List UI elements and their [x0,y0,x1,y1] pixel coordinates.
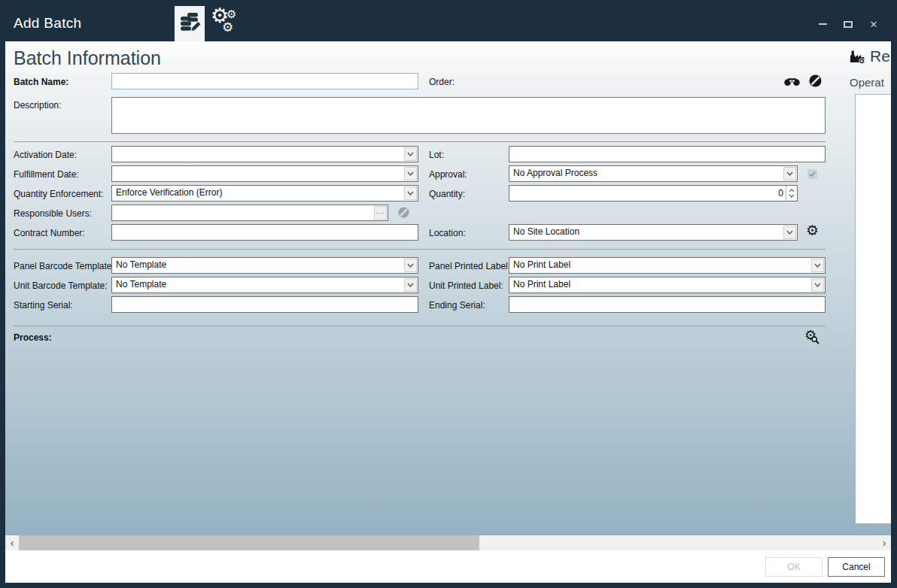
close-button[interactable]: ✕ [867,18,880,30]
quantity-enforcement-label: Quantity Enforcement: [14,189,103,199]
database-edit-toolbar-button[interactable] [175,6,205,41]
factory-add-icon [850,50,865,67]
window-controls: ✕ [816,18,880,30]
panel-barcode-template-label: Panel Barcode Template: [14,261,114,271]
responsible-users-label: Responsible Users: [14,208,92,219]
chevron-down-icon [811,259,824,272]
panel-barcode-template-value: No Template [112,258,403,273]
gear-icon: ⚙ [806,223,819,238]
panel-printed-label-label: Panel Printed Label: [429,261,510,271]
location-label: Location: [429,228,466,238]
fulfillment-date-combobox[interactable] [111,165,418,182]
side-panel-title: Re [870,47,890,65]
horizontal-scrollbar[interactable]: ‹ › [5,535,891,550]
ending-serial-input[interactable] [509,296,826,313]
close-icon: ✕ [870,20,878,29]
quantity-enforcement-combobox[interactable]: Enforce Verification (Error) [111,185,418,202]
location-combobox[interactable]: No Site Location [509,224,798,241]
minimize-button[interactable] [816,18,829,30]
responsible-users-value [112,205,373,220]
chevron-down-icon [404,259,417,272]
unit-printed-label-value: No Print Label [509,277,810,292]
batch-name-label: Batch Name: [14,77,68,87]
scroll-left-button[interactable]: ‹ [5,535,19,550]
magnifier-icon [811,334,819,347]
lot-input[interactable] [509,146,826,162]
unit-printed-label-label: Unit Printed Label: [429,280,503,291]
approval-value: No Approval Process [509,166,783,181]
lot-label: Lot: [429,150,444,160]
chevron-down-icon [783,226,796,239]
chevron-up-icon [789,189,795,192]
window-title: Add Batch [14,15,81,32]
page-title: Batch Information [14,47,161,69]
fulfillment-date-value [112,166,403,181]
unit-barcode-template-combobox[interactable]: No Template [111,277,418,293]
separator [14,141,826,142]
maximize-button[interactable] [841,18,855,30]
no-entry-slash-icon [809,77,822,89]
separator [14,326,826,326]
dialog-content: Batch Information Batch Name: Order: [5,41,891,583]
contract-number-input[interactable] [111,224,418,241]
chevron-right-icon: › [883,537,886,549]
chevron-down-icon [789,194,795,198]
quantity-stepper[interactable] [509,185,798,202]
order-label: Order: [429,77,455,87]
chevron-down-icon [404,147,417,161]
starting-serial-label: Starting Serial: [14,300,73,311]
location-value: No Site Location [509,225,783,240]
titlebar: Add Batch ⚙ ⚙ ⚙ [0,0,897,41]
order-search-button[interactable] [784,76,800,89]
browse-ellipsis-button[interactable]: ··· [374,206,387,220]
panel-barcode-template-combobox[interactable]: No Template [111,257,418,274]
unit-barcode-template-label: Unit Barcode Template: [14,280,108,291]
settings-gears-toolbar-button[interactable]: ⚙ ⚙ ⚙ [209,6,242,39]
description-input[interactable] [111,97,826,134]
ok-button[interactable]: OK [765,557,823,577]
checkbox-check-icon [807,168,817,181]
quantity-input[interactable] [509,186,786,201]
unit-printed-label-combobox[interactable]: No Print Label [509,277,826,293]
quantity-label: Quantity: [429,189,465,199]
responsible-users-clear-button[interactable] [398,207,409,221]
batch-name-input[interactable] [111,73,418,89]
cancel-button[interactable]: Cancel [828,557,885,577]
approval-combobox[interactable]: No Approval Process [509,165,798,182]
approval-label: Approval: [429,169,467,180]
separator [14,249,826,250]
activation-date-label: Activation Date: [14,150,77,160]
scroll-right-button[interactable]: › [877,535,891,550]
process-label: Process: [14,332,52,343]
panel-printed-label-value: No Print Label [509,258,810,273]
description-label: Description: [14,100,61,111]
quantity-enforcement-value: Enforce Verification (Error) [112,186,403,201]
minimize-icon [819,23,827,25]
responsible-users-field[interactable]: ··· [111,205,388,221]
approval-required-checkbox[interactable] [807,168,817,182]
starting-serial-input[interactable] [111,296,418,313]
ending-serial-label: Ending Serial: [429,300,485,311]
chevron-down-icon [404,186,417,200]
operations-list[interactable] [855,94,891,524]
binoculars-icon [784,76,800,89]
batch-information-form: Batch Information Batch Name: Order: [5,41,891,535]
activation-date-combobox[interactable] [111,146,418,162]
spinner-buttons[interactable] [786,186,797,201]
unit-barcode-template-value: No Template [112,277,403,292]
scrollbar-thumb[interactable] [19,535,479,550]
panel-printed-label-combobox[interactable]: No Print Label [509,257,826,274]
fulfillment-date-label: Fulfillment Date: [14,169,79,180]
chevron-left-icon: ‹ [11,537,14,549]
dialog-footer: OK Cancel [5,550,891,583]
location-settings-button[interactable]: ⚙ [806,222,819,239]
maximize-icon [844,21,853,28]
side-panel-subtitle: Operat [850,76,884,89]
no-entry-slash-icon [398,208,409,220]
gear-icon: ⚙ [222,21,233,34]
contract-number-label: Contract Number: [14,228,85,238]
order-clear-button[interactable] [809,74,822,90]
chevron-down-icon [404,167,417,180]
chevron-down-icon [811,278,824,292]
process-configure-button[interactable]: ⚙ [804,327,821,344]
